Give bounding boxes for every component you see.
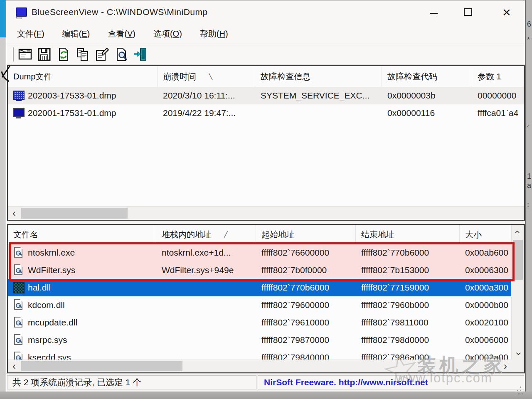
cell-text: mcupdate.dll <box>28 318 77 328</box>
background-text-fragment: * <box>527 36 530 44</box>
column-label: 参数 1 <box>478 71 501 82</box>
column-label: Dump文件 <box>13 71 52 82</box>
cell-from_address: fffff802`7b0f0000 <box>256 261 356 279</box>
crash-list-hscrollbar[interactable]: ‹ <box>8 206 524 220</box>
desktop-bottom-edge <box>0 392 532 399</box>
menu-item-h[interactable]: 帮助(H) <box>200 28 237 39</box>
scroll-up-icon[interactable]: ‹ <box>512 226 524 238</box>
cell-address_in_stack <box>156 314 256 331</box>
cell-text: ksecdd.sys <box>28 352 71 360</box>
nirsoft-freeware-link[interactable]: NirSoft Freeware. http://www.nirsoft.net <box>258 375 524 389</box>
copy-button[interactable] <box>74 45 92 64</box>
window-title: BlueScreenView - C:\WINDOWS\MiniDump <box>32 0 208 24</box>
cell-address_in_stack <box>156 349 256 360</box>
column-label: 堆栈内的地址 <box>162 229 212 240</box>
cell-bug_check_string: SYSTEM_SERVICE_EXC... <box>255 87 382 104</box>
exit-icon <box>133 47 148 62</box>
cell-param_1: 00000000 <box>472 87 524 104</box>
vscroll-thumb[interactable] <box>513 240 523 280</box>
cell-to_address: fffff802`79811000 <box>356 314 460 331</box>
column-header-3[interactable]: 起始地址 <box>256 225 356 244</box>
scrollbar-corner <box>512 360 524 372</box>
column-header-2[interactable]: 堆栈内的地址╱ <box>156 225 256 244</box>
driver-file-icon <box>13 317 25 328</box>
advanced-options-button[interactable] <box>16 45 34 64</box>
scroll-right-icon[interactable]: ‹ <box>499 360 512 372</box>
toolbar-grip[interactable] <box>13 47 14 62</box>
cell-from_address: fffff802`79840000 <box>256 349 356 360</box>
menu-bar: 文件(F)编辑(E)查看(V)选项(O)帮助(H) <box>6 24 525 44</box>
table-row[interactable]: WdFilter.sysWdFilter.sys+949efffff802`7b… <box>8 261 524 279</box>
status-summary: 共 2 项系统崩溃记录, 已选定 1 个 <box>7 375 256 389</box>
crash-list-rows: 202003-17533-01.dmp2020/3/10 16:11:...SY… <box>8 87 524 206</box>
column-label: 崩溃时间 <box>163 71 196 82</box>
cell-to_address: fffff802`77159000 <box>356 279 460 296</box>
resize-grip[interactable] <box>520 387 521 388</box>
cell-crash_time: 2019/4/22 19:47:... <box>158 104 255 122</box>
hscroll-thumb[interactable] <box>21 208 128 219</box>
menu-item-v[interactable]: 查看(V) <box>108 28 144 39</box>
driver-list-header: 文件名堆栈内的地址╱起始地址结束地址大小 <box>8 225 512 244</box>
cell-param_1: ffffca01`a4 <box>472 104 524 122</box>
table-row[interactable]: 202003-17533-01.dmp2020/3/10 16:11:...SY… <box>8 87 524 104</box>
cell-address_in_stack: WdFilter.sys+949e <box>156 261 256 279</box>
column-header-3[interactable]: 故障检查信息 <box>255 66 382 87</box>
save-button[interactable] <box>35 45 54 64</box>
table-row[interactable]: ksecdd.sysfffff802`79840000fffff802`7986… <box>8 349 524 360</box>
find-button[interactable] <box>113 45 131 64</box>
desktop-left-blue-edge <box>0 0 6 37</box>
properties-button[interactable] <box>93 45 111 64</box>
column-header-5[interactable]: 大小 <box>460 225 512 244</box>
exit-button[interactable] <box>132 45 150 64</box>
column-header-4[interactable]: 故障检查代码 <box>382 66 472 87</box>
table-row[interactable]: hal.dllfffff802`770b6000fffff802`7715900… <box>8 279 524 296</box>
column-label: 故障检查代码 <box>387 71 437 82</box>
menu-item-f[interactable]: 文件(F) <box>17 28 53 39</box>
background-text-fragment: 1 <box>527 172 531 181</box>
cell-address_in_stack <box>156 279 256 296</box>
menu-item-e[interactable]: 编辑(E) <box>62 28 99 39</box>
minimize-icon <box>430 13 438 14</box>
scroll-left-icon[interactable]: ‹ <box>8 207 20 220</box>
background-text-fragment: 6 <box>527 20 531 29</box>
cell-text: WdFilter.sys <box>28 265 75 275</box>
table-row[interactable]: kdcom.dllfffff802`79600000fffff802`7960b… <box>8 296 524 314</box>
scroll-down-icon[interactable]: ‹ <box>512 347 524 360</box>
table-row[interactable]: ntoskrnl.exentoskrnl.exe+1d...fffff802`7… <box>8 244 524 261</box>
driver-list-vscrollbar[interactable]: ‹ ‹ <box>511 225 524 360</box>
cell-text: 202003-17533-01.dmp <box>28 91 116 101</box>
cell-bug_check_code: 0x00000116 <box>382 104 472 122</box>
bluescreenview-window: BlueScreenView - C:\WINDOWS\MiniDump × 文… <box>6 0 525 392</box>
column-header-1[interactable]: 文件名 <box>8 225 156 244</box>
column-header-1[interactable]: Dump文件 <box>8 66 158 87</box>
save-icon <box>37 47 52 62</box>
table-row[interactable]: 202001-17531-01.dmp2019/4/22 19:47:...0x… <box>8 104 524 122</box>
cell-bug_check_string <box>255 104 382 122</box>
maximize-button[interactable] <box>458 0 478 24</box>
properties-icon <box>94 47 109 62</box>
advanced-options-icon <box>18 47 33 62</box>
cell-filename: ntoskrnl.exe <box>8 244 156 261</box>
column-header-2[interactable]: 崩溃时间╲ <box>158 66 255 87</box>
column-label: 故障检查信息 <box>261 71 310 82</box>
toolbar <box>6 44 525 64</box>
cell-file: 202003-17533-01.dmp <box>8 87 158 104</box>
background-text-fragment: : <box>527 200 529 209</box>
scroll-left-icon[interactable]: ‹ <box>8 360 20 372</box>
table-row[interactable]: mcupdate.dllfffff802`79610000fffff802`79… <box>8 314 524 331</box>
table-row[interactable]: msrpc.sysfffff802`79870000fffff802`798d0… <box>8 331 524 349</box>
driver-list-rows: ntoskrnl.exentoskrnl.exe+1d...fffff802`7… <box>8 244 524 360</box>
hscroll-thumb[interactable] <box>21 361 182 371</box>
minimize-button[interactable] <box>424 0 443 24</box>
column-header-4[interactable]: 结束地址 <box>356 225 460 244</box>
column-header-5[interactable]: 参数 1 <box>472 66 524 87</box>
menu-item-o[interactable]: 选项(O) <box>153 28 191 39</box>
driver-file-icon <box>13 299 25 311</box>
title-bar[interactable]: BlueScreenView - C:\WINDOWS\MiniDump × <box>6 0 525 24</box>
blue-monitor-icon <box>13 107 25 119</box>
refresh-button[interactable] <box>54 45 73 64</box>
background-text-fragment: a <box>527 181 531 190</box>
driver-list-hscrollbar[interactable]: ‹ ‹ <box>8 360 512 372</box>
close-button[interactable]: × <box>497 0 517 24</box>
cell-from_address: fffff802`79610000 <box>256 314 356 331</box>
